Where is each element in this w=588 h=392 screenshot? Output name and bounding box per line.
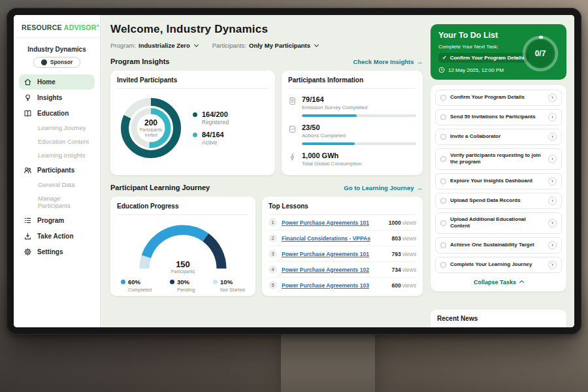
legend-dot [121, 280, 125, 284]
task-chevron-icon[interactable]: › [548, 219, 557, 227]
info-row-consumption: 1,000 GWh Total Global Consumption [288, 152, 416, 167]
invited-donut-chart: 200 Participants Invited [117, 94, 185, 162]
lesson-row[interactable]: 2 Financial Considerations - VPPAs 803vi… [269, 231, 416, 246]
sidebar-item-education[interactable]: Education [19, 106, 95, 121]
insights-cards-row: Invited Participants 200 [110, 71, 423, 175]
sidebar-item-label: Manage Participants [38, 195, 91, 209]
task-item-explore-insights[interactable]: Explore Your Insights Dashboard › [435, 173, 562, 189]
consumption-icon [288, 153, 297, 161]
legend-dot [170, 280, 174, 284]
section-title: Participant Learning Journey [110, 184, 210, 191]
home-icon [24, 78, 32, 86]
sidebar-item-education-content[interactable]: Education Content [19, 135, 95, 148]
education-gauge-chart: 150 Participants [134, 219, 232, 274]
take-action-icon [24, 232, 32, 240]
card-title: Invited Participants [117, 76, 269, 89]
task-chevron-icon[interactable]: › [548, 197, 557, 205]
participants-dropdown-value: Only My Participants [249, 42, 310, 49]
task-item-verify-participants[interactable]: Verify participants requesting to join t… [435, 148, 562, 170]
task-chevron-icon[interactable]: › [548, 113, 557, 122]
task-checkbox[interactable] [440, 220, 446, 226]
task-item-upload-spend-data[interactable]: Upload Spend Data Records › [435, 193, 562, 209]
task-checkbox[interactable] [440, 262, 446, 268]
card-title: Top Lessons [269, 203, 416, 215]
task-item-send-invitations[interactable]: Send 50 Invitations to Participants › [435, 109, 562, 125]
clock-icon [438, 67, 445, 73]
sidebar-item-take-action[interactable]: Take Action [19, 229, 95, 244]
collapse-tasks-button[interactable]: Collapse Tasks [435, 276, 562, 289]
check-icon: ✓ [442, 55, 447, 61]
task-item-upload-educational-content[interactable]: Upload Additional Educational Content › [435, 212, 562, 234]
task-checkbox[interactable] [440, 95, 446, 101]
sidebar-item-general-data[interactable]: General Data [19, 178, 95, 191]
participants-dropdown-label: Participants: [212, 42, 246, 49]
survey-icon [288, 97, 297, 105]
lesson-row[interactable]: 4 Power Purchase Agreements 102 734views [269, 262, 416, 278]
page-title: Welcome, Industry Dynamics [110, 23, 423, 36]
education-icon [24, 109, 32, 118]
task-chevron-icon[interactable]: › [548, 177, 557, 186]
sidebar-item-label: Education Content [38, 138, 89, 145]
todo-card: Your To Do List Complete Your Next Task:… [431, 24, 566, 80]
sidebar-item-label: Participants [37, 167, 74, 174]
sidebar-item-label: Home [37, 78, 56, 86]
task-chevron-icon[interactable]: › [548, 133, 557, 141]
sidebar-item-settings[interactable]: Settings [19, 244, 95, 259]
task-checkbox[interactable] [440, 134, 446, 140]
insights-icon [24, 93, 32, 102]
task-checkbox[interactable] [440, 178, 446, 184]
logo-text-advisor: ADVISOR+ [64, 24, 99, 31]
lesson-link[interactable]: Power Purchase Agreements 102 [282, 267, 387, 273]
sidebar-item-learning-journey[interactable]: Learning Journey [19, 122, 95, 135]
check-more-insights-link[interactable]: Check More Insights → [353, 58, 423, 65]
task-label: Explore Your Insights Dashboard [450, 178, 544, 184]
recent-news-header[interactable]: Recent News [431, 310, 566, 327]
chevron-down-icon [314, 42, 319, 47]
lesson-row[interactable]: 3 Power Purchase Agreements 101 793views [269, 246, 416, 262]
lesson-link[interactable]: Financial Considerations - VPPAs [282, 235, 387, 242]
task-item-complete-learning-journey[interactable]: Complete Your Learning Journey › [435, 257, 562, 273]
monitor-stand [281, 328, 375, 392]
emission-progress-bar [302, 114, 416, 117]
arrow-right-icon: → [417, 184, 423, 191]
task-item-invite-collaborator[interactable]: Invite a Collaborator › [435, 129, 562, 145]
task-chevron-icon[interactable]: › [548, 155, 557, 163]
legend-completed: 60% Completed [121, 278, 152, 293]
sidebar-item-program[interactable]: Program [19, 213, 95, 228]
sidebar-item-learning-insights[interactable]: Learning Insights [19, 149, 95, 162]
lesson-row[interactable]: 1 Power Purchase Agreements 101 1000view… [269, 215, 416, 231]
legend-pending: 30% Pending [170, 278, 195, 293]
sidebar-item-insights[interactable]: Insights [19, 90, 95, 105]
learning-journey-header: Participant Learning Journey Go to Learn… [110, 184, 423, 191]
task-item-achieve-target[interactable]: Achieve One Sustainability Target › [435, 237, 562, 253]
task-checkbox[interactable] [440, 156, 446, 162]
legend-active: 84/164 Active [193, 131, 229, 146]
lesson-row[interactable]: 5 Power Purchase Agreements 103 600views [269, 278, 416, 293]
program-dropdown[interactable]: Program: Industrialize Zero [110, 42, 198, 49]
sidebar-item-home[interactable]: Home [19, 74, 95, 90]
learning-cards-row: Education Progress 150 Participants [110, 197, 423, 296]
right-column: Your To Do List Complete Your Next Task:… [429, 15, 574, 327]
sidebar-item-participants[interactable]: Participants [19, 163, 95, 178]
sidebar: RESOURCE ADVISOR+ Industry Dynamics Spon… [14, 15, 101, 327]
todo-next-task[interactable]: ✓ Confirm Your Program Details [438, 53, 529, 63]
task-item-confirm-program[interactable]: Confirm Your Program Details › [435, 90, 562, 106]
task-chevron-icon[interactable]: › [548, 93, 557, 102]
sponsor-badge[interactable]: Sponsor [33, 57, 80, 68]
sidebar-item-manage-participants[interactable]: Manage Participants [19, 192, 95, 212]
lesson-link[interactable]: Power Purchase Agreements 101 [282, 220, 384, 226]
legend-not-started: 10% Not Started [213, 278, 245, 293]
task-checkbox[interactable] [440, 198, 446, 204]
go-to-learning-journey-link[interactable]: Go to Learning Journey → [344, 184, 423, 191]
task-chevron-icon[interactable]: › [548, 241, 557, 250]
monitor-bezel: RESOURCE ADVISOR+ Industry Dynamics Spon… [7, 8, 581, 335]
participants-dropdown[interactable]: Participants: Only My Participants [212, 42, 318, 49]
lesson-views: 803views [392, 235, 416, 242]
legend-registered: 164/200 Registered [193, 110, 229, 125]
lesson-link[interactable]: Power Purchase Agreements 101 [282, 251, 387, 257]
task-checkbox[interactable] [440, 242, 446, 248]
task-checkbox[interactable] [440, 114, 446, 120]
task-chevron-icon[interactable]: › [548, 261, 557, 269]
photo-background: RESOURCE ADVISOR+ Industry Dynamics Spon… [0, 0, 588, 392]
lesson-link[interactable]: Power Purchase Agreements 103 [282, 282, 387, 289]
